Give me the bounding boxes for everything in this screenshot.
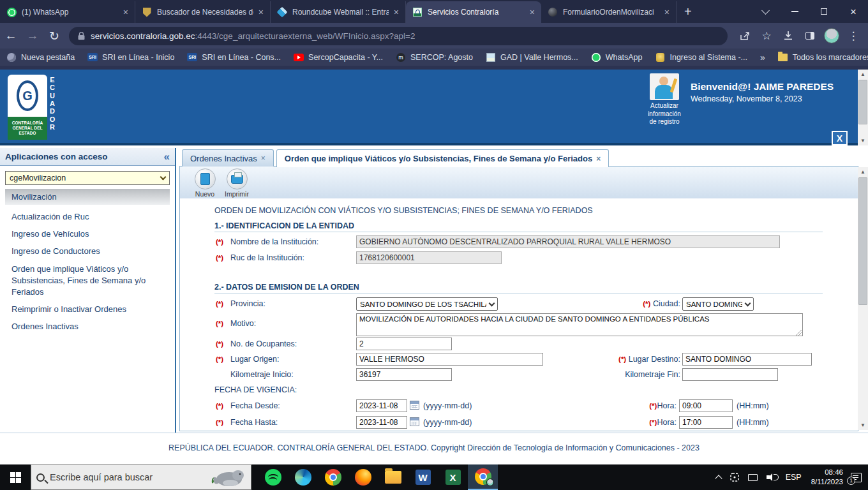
clock[interactable]: 08:46 8/11/2023 bbox=[806, 468, 848, 487]
sidebar-item-ingreso-vehiculos[interactable]: Ingreso de Vehículos bbox=[11, 228, 168, 240]
institution-field[interactable] bbox=[356, 235, 780, 248]
textarea-resize-grip[interactable] bbox=[796, 330, 802, 336]
occupants-field[interactable] bbox=[356, 338, 452, 350]
sidebar-item-ingreso-conductores[interactable]: Ingreso de Conductores bbox=[11, 246, 168, 257]
tab-close-icon[interactable]: × bbox=[258, 7, 264, 17]
tab-close-icon[interactable]: × bbox=[394, 7, 399, 17]
scroll-down-icon[interactable]: ▼ bbox=[858, 420, 868, 430]
taskbar-excel[interactable]: X bbox=[438, 464, 468, 490]
sidebar-item-ordenes-inactivas[interactable]: Ordenes Inactivas bbox=[11, 321, 168, 332]
taskbar-firefox[interactable] bbox=[348, 464, 378, 490]
share-icon[interactable] bbox=[735, 26, 754, 45]
header-scrollbar[interactable]: ▲ ▼ bbox=[858, 70, 868, 145]
hour-to-field[interactable] bbox=[679, 416, 733, 429]
application-select[interactable]: cgeMovilizacion bbox=[5, 171, 170, 185]
taskbar-search[interactable] bbox=[31, 464, 251, 490]
scrollbar-thumb[interactable] bbox=[858, 177, 867, 305]
notification-center-icon[interactable]: 1 bbox=[851, 473, 862, 482]
tab-close-icon[interactable]: × bbox=[261, 154, 266, 163]
date-from-field[interactable] bbox=[356, 399, 407, 412]
bookmark-ingreso-sistema[interactable]: Ingreso al Sistema -... bbox=[648, 52, 754, 63]
bookmark-star-icon[interactable]: ☆ bbox=[757, 26, 776, 45]
sidebar-item-actualizacion-ruc[interactable]: Actualización de Ruc bbox=[11, 211, 168, 223]
network-icon[interactable] bbox=[744, 464, 762, 490]
ruc-field[interactable] bbox=[356, 251, 502, 264]
browser-tab-roundcube[interactable]: Roundcube Webmail :: Entra × bbox=[271, 1, 406, 23]
address-bar[interactable]: servicios.contraloria.gob.ec:4443/cge_ar… bbox=[69, 27, 728, 45]
sidebar-section-movilizacion[interactable]: Movilización bbox=[5, 189, 170, 205]
browser-menu-icon[interactable]: ⋮ bbox=[844, 26, 863, 45]
browser-tab-whatsapp[interactable]: (1) WhatsApp × bbox=[0, 1, 135, 23]
sidebar-item-orden-viaticos[interactable]: Orden que implique Viáticos y/o Subsiste… bbox=[11, 264, 158, 299]
bookmarks-bar: Nueva pestaña SRI SRI en Línea - Inicio … bbox=[0, 48, 868, 68]
minimize-button[interactable] bbox=[780, 0, 809, 23]
search-input[interactable] bbox=[50, 472, 205, 482]
refresh-icon[interactable]: ↻ bbox=[43, 29, 65, 43]
calendar-icon[interactable] bbox=[410, 417, 419, 426]
date-to-field[interactable] bbox=[356, 416, 407, 429]
forward-icon[interactable]: → bbox=[22, 29, 43, 43]
close-window-button[interactable]: × bbox=[839, 0, 868, 23]
header-close-button[interactable]: X bbox=[832, 131, 848, 145]
scroll-up-icon[interactable]: ▲ bbox=[858, 70, 868, 79]
manatee-image[interactable] bbox=[210, 466, 246, 488]
taskbar-chrome[interactable] bbox=[318, 464, 348, 490]
scroll-down-icon[interactable]: ▼ bbox=[858, 136, 868, 145]
tray-app-icon[interactable] bbox=[726, 464, 744, 490]
reason-textarea[interactable]: MOVILIZACIÓN DE AUTORIDADES HACIA LA CIU… bbox=[356, 313, 803, 336]
taskbar-spotify[interactable] bbox=[258, 464, 288, 490]
maximize-button[interactable] bbox=[809, 0, 839, 23]
origin-label: Lugar Origen: bbox=[230, 355, 279, 364]
back-icon[interactable]: ← bbox=[0, 29, 22, 43]
bookmark-gad-valle-hermoso[interactable]: GAD | Valle Hermos... bbox=[479, 52, 585, 63]
tab-close-icon[interactable]: × bbox=[530, 7, 535, 17]
tab-search-chevron-icon[interactable] bbox=[751, 0, 780, 23]
workspace-tab-ordenes-inactivas[interactable]: Ordenes Inactivas × bbox=[182, 149, 274, 167]
scroll-up-icon[interactable]: ▲ bbox=[858, 167, 868, 177]
bookmark-sri-inicio[interactable]: SRI SRI en Línea - Inicio bbox=[81, 52, 181, 63]
language-indicator[interactable]: ESP bbox=[781, 464, 806, 490]
taskbar-chrome-active[interactable] bbox=[468, 464, 498, 490]
bookmark-sri-consultas[interactable]: SRI SRI en Línea - Cons... bbox=[181, 52, 287, 63]
profile-avatar[interactable] bbox=[822, 26, 841, 45]
taskbar-file-explorer[interactable] bbox=[378, 464, 408, 490]
sidebar-header: Aplicaciones con acceso « bbox=[0, 148, 175, 166]
all-bookmarks-button[interactable]: Todos los marcadores bbox=[772, 52, 868, 63]
sidebar-item-reimprimir-inactivar[interactable]: Reimprimir o Inactivar Ordenes bbox=[11, 304, 168, 315]
hour-from-field[interactable] bbox=[679, 399, 733, 412]
bookmark-nueva-pestana[interactable]: Nueva pestaña bbox=[0, 52, 81, 63]
new-tab-button[interactable]: + bbox=[684, 4, 692, 19]
browser-tab-buscador[interactable]: Buscador de Necesidades de × bbox=[135, 1, 271, 23]
start-button[interactable] bbox=[0, 464, 31, 490]
km-end-field[interactable] bbox=[682, 368, 778, 381]
download-icon[interactable] bbox=[779, 26, 798, 45]
update-registration-link[interactable]: Actualizar información de registro bbox=[645, 73, 684, 126]
destination-field[interactable] bbox=[682, 353, 812, 366]
bookmark-sercopcapacita[interactable]: SercopCapacita - Y... bbox=[287, 52, 389, 63]
scrollbar-thumb[interactable] bbox=[858, 80, 867, 124]
bookmark-whatsapp[interactable]: WhatsApp bbox=[585, 52, 649, 63]
origin-field[interactable] bbox=[356, 353, 543, 366]
bookmark-sercop-agosto[interactable]: m SERCOP: Agosto bbox=[389, 52, 479, 63]
km-start-field[interactable] bbox=[356, 368, 452, 381]
speaker-icon[interactable] bbox=[762, 464, 781, 490]
browser-tab-formulario[interactable]: FormularioOrdenMovilizaci × bbox=[541, 1, 677, 23]
collapse-sidebar-icon[interactable]: « bbox=[164, 151, 170, 163]
new-button[interactable]: Nuevo bbox=[191, 168, 218, 198]
tray-chevron-icon[interactable] bbox=[712, 464, 726, 490]
tab-close-icon[interactable]: × bbox=[664, 7, 670, 17]
calendar-icon[interactable] bbox=[410, 401, 419, 410]
taskbar-edge[interactable] bbox=[288, 464, 318, 490]
side-panel-icon[interactable] bbox=[800, 26, 819, 45]
workspace-tab-orden-viaticos[interactable]: Orden que implique Viáticos y/o Subsiste… bbox=[276, 149, 609, 167]
city-select[interactable]: SANTO DOMINGO bbox=[682, 297, 754, 311]
roundcube-favicon bbox=[277, 7, 287, 17]
tab-close-icon[interactable]: × bbox=[596, 154, 601, 163]
bookmarks-overflow-icon[interactable]: » bbox=[754, 52, 772, 63]
content-scrollbar[interactable]: ▲ ▼ bbox=[858, 167, 868, 430]
browser-tab-servicios-contraloria[interactable]: Servicios Contraloría × bbox=[406, 1, 541, 23]
taskbar-word[interactable]: W bbox=[408, 464, 438, 490]
province-select[interactable]: SANTO DOMINGO DE LOS TSACHILAS bbox=[356, 297, 498, 311]
tab-close-icon[interactable]: × bbox=[123, 7, 128, 17]
print-button[interactable]: Imprimir bbox=[223, 168, 250, 198]
